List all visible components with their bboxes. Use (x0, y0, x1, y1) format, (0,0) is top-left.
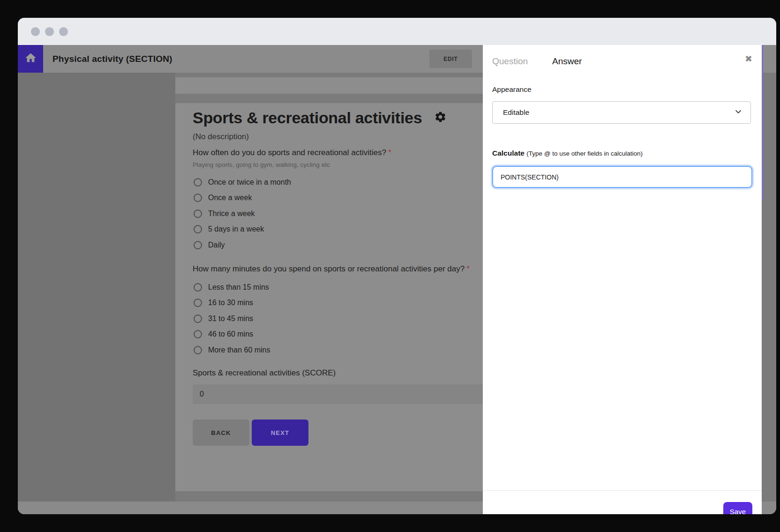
form-description: (No description) (193, 132, 249, 142)
window-titlebar (18, 18, 776, 45)
radio-icon[interactable] (194, 299, 202, 307)
radio-option[interactable]: Once or twice in a month (193, 174, 291, 190)
form-title: Sports & recreational activities (193, 109, 422, 127)
radio-option[interactable]: Less than 15 mins (193, 279, 270, 295)
appearance-selected-value: Editable (503, 108, 734, 117)
question-1-hint: Playing sports, going to gym, walking, c… (193, 161, 330, 168)
radio-icon[interactable] (194, 346, 202, 354)
required-asterisk: * (466, 264, 470, 273)
answer-settings-panel: Question Answer ✖ Appearance Editable Ca… (483, 45, 762, 514)
next-button[interactable]: NEXT (252, 420, 308, 446)
radio-icon[interactable] (194, 178, 202, 187)
radio-option[interactable]: Thrice a week (193, 206, 291, 222)
calculate-hint: (Type @ to use other fields in calculati… (526, 150, 643, 157)
radio-icon[interactable] (194, 194, 202, 202)
calculate-label-row: Calculate (Type @ to use other fields in… (492, 149, 643, 157)
close-icon[interactable]: ✖ (745, 54, 752, 63)
required-asterisk: * (388, 148, 391, 157)
window-dot-1[interactable] (31, 27, 40, 36)
radio-icon[interactable] (194, 210, 202, 218)
radio-option[interactable]: 16 to 30 mins (193, 295, 270, 311)
appearance-select[interactable]: Editable (492, 101, 751, 124)
home-icon (24, 52, 37, 66)
score-label: Sports & recreational activities (SCORE) (193, 368, 336, 378)
radio-option[interactable]: More than 60 mins (193, 342, 270, 358)
tab-answer[interactable]: Answer (552, 56, 582, 67)
calculate-input[interactable] (492, 166, 752, 188)
question-1-label: How often do you do sports and recreatio… (193, 148, 391, 157)
tab-question[interactable]: Question (492, 56, 528, 67)
radio-icon[interactable] (194, 330, 202, 338)
page-left-margin (18, 73, 175, 514)
radio-option[interactable]: Once a week (193, 190, 291, 206)
save-button[interactable]: Save (723, 502, 752, 514)
gear-icon (434, 111, 447, 125)
chevron-down-icon (734, 107, 743, 118)
panel-footer: Save (483, 490, 762, 514)
window-dot-3[interactable] (59, 27, 68, 36)
edit-button[interactable]: EDIT (429, 50, 472, 68)
window-dot-2[interactable] (45, 27, 54, 36)
appearance-label: Appearance (492, 85, 532, 94)
radio-icon[interactable] (194, 315, 202, 323)
radio-icon[interactable] (194, 241, 202, 249)
radio-icon[interactable] (194, 283, 202, 292)
radio-option[interactable]: 5 days in a week (193, 222, 291, 238)
page-title: Physical activity (SECTION) (52, 54, 172, 64)
radio-option[interactable]: Daily (193, 237, 291, 253)
home-button[interactable] (18, 45, 43, 73)
calculate-label: Calculate (492, 149, 525, 157)
radio-icon[interactable] (194, 225, 202, 233)
radio-option[interactable]: 31 to 45 mins (193, 311, 270, 327)
page-scrollbar-thumb[interactable] (762, 45, 763, 200)
question-2-label: How many minutes do you spend on sports … (193, 264, 470, 274)
radio-option[interactable]: 46 to 60 mins (193, 327, 270, 343)
question-2-options: Less than 15 mins 16 to 30 mins 31 to 45… (193, 279, 270, 358)
question-1-options: Once or twice in a month Once a week Thr… (193, 174, 291, 253)
browser-window: Physical activity (SECTION) EDIT Sports … (18, 18, 776, 514)
back-button[interactable]: BACK (193, 420, 249, 446)
section-settings-button[interactable] (434, 111, 447, 125)
